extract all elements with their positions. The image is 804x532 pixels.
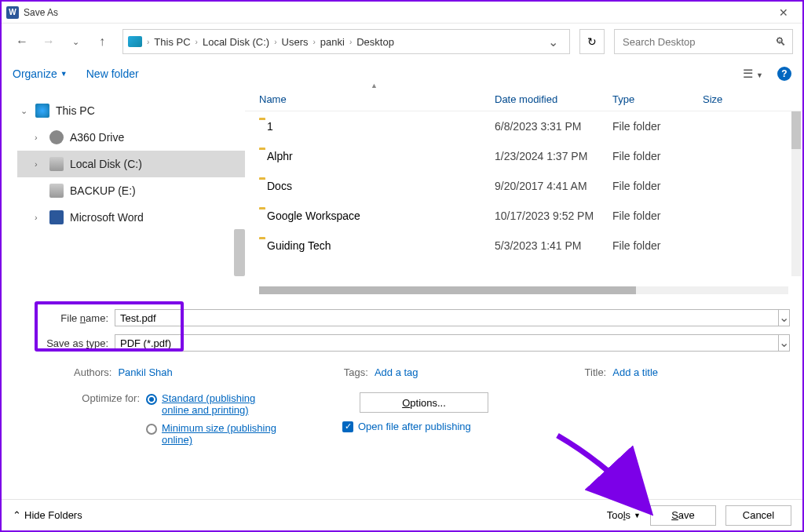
- crumb-panki[interactable]: panki: [317, 36, 348, 48]
- savetype-dropdown-icon[interactable]: ⌄: [779, 334, 790, 352]
- col-type[interactable]: Type: [612, 93, 703, 105]
- close-button[interactable]: ✕: [769, 6, 798, 19]
- search-input[interactable]: [621, 35, 775, 49]
- cancel-button[interactable]: Cancel: [725, 505, 791, 526]
- crumb-users[interactable]: Users: [279, 36, 312, 48]
- tree-local-disk[interactable]: › Local Disk (C:): [17, 151, 245, 177]
- folder-tree: ⌄ This PC › A360 Drive › Local Disk (C:)…: [2, 88, 245, 296]
- savetype-select[interactable]: [115, 334, 779, 352]
- tree-word[interactable]: › Microsoft Word: [17, 204, 245, 231]
- file-scrollbar-v[interactable]: [791, 111, 801, 276]
- file-row[interactable]: Docs9/20/2017 4:41 AMFile folder: [245, 171, 802, 201]
- filename-dropdown-icon[interactable]: ⌄: [779, 309, 790, 326]
- crumb-this-pc[interactable]: This PC: [151, 36, 193, 48]
- up-button[interactable]: ↑: [91, 31, 113, 53]
- word-icon: [49, 210, 64, 224]
- save-button[interactable]: Save: [650, 505, 716, 526]
- disk-icon: [49, 157, 64, 171]
- filename-label: File name:: [14, 312, 115, 324]
- cloud-icon: [49, 130, 64, 144]
- tree-this-pc[interactable]: ⌄ This PC: [17, 97, 245, 124]
- disk-icon: [49, 184, 64, 198]
- optimize-standard-radio[interactable]: Standard (publishing online and printing…: [146, 392, 280, 416]
- col-size[interactable]: Size: [703, 93, 802, 105]
- nav-bar: ← → ⌄ ↑ › This PC › Local Disk (C:) › Us…: [2, 24, 802, 60]
- chevron-up-icon: ⌃: [13, 509, 21, 521]
- main-panel: ⌄ This PC › A360 Drive › Local Disk (C:)…: [2, 88, 802, 296]
- file-row[interactable]: Google Workspace10/17/2023 9:52 PMFile f…: [245, 201, 802, 231]
- word-app-icon: W: [6, 6, 19, 19]
- open-after-checkbox[interactable]: ✓ Open file after publishing: [342, 421, 488, 432]
- back-button[interactable]: ←: [11, 31, 33, 53]
- filename-input[interactable]: [115, 309, 779, 326]
- chevron-right-icon[interactable]: ›: [312, 38, 315, 46]
- toolbar: Organize ▼ New folder ☰ ▼ ?: [2, 60, 802, 88]
- chevron-right-icon[interactable]: ›: [274, 38, 276, 46]
- chevron-right-icon[interactable]: ›: [196, 38, 198, 46]
- col-date[interactable]: Date modified: [495, 93, 612, 105]
- address-dropdown-icon[interactable]: ⌄: [542, 35, 565, 49]
- title-label: Title:: [585, 366, 607, 378]
- window-title: Save As: [24, 7, 58, 18]
- search-box[interactable]: 🔍︎: [614, 29, 793, 54]
- optimize-minimum-radio[interactable]: Minimum size (publishing online): [146, 422, 280, 446]
- column-headers: Name Date modified Type Size: [245, 88, 802, 111]
- tags-label: Tags:: [344, 366, 368, 378]
- authors-label: Authors:: [74, 366, 111, 378]
- chevron-right-icon[interactable]: ›: [147, 38, 149, 46]
- sort-asc-icon: ▲: [371, 82, 378, 89]
- radio-off-icon[interactable]: [146, 424, 157, 435]
- help-icon[interactable]: ?: [777, 67, 791, 81]
- pc-icon: [35, 104, 49, 118]
- optimize-label: Optimize for:: [14, 392, 146, 452]
- title-value[interactable]: Add a title: [612, 366, 658, 378]
- organize-button[interactable]: Organize ▼: [13, 67, 68, 80]
- file-list: ▲ Name Date modified Type Size 16/8/2023…: [245, 88, 802, 296]
- expand-icon[interactable]: ›: [35, 159, 43, 169]
- tags-value[interactable]: Add a tag: [375, 366, 418, 378]
- chevron-right-icon[interactable]: ›: [349, 38, 352, 46]
- savetype-label: Save as type:: [14, 337, 115, 349]
- tree-a360[interactable]: › A360 Drive: [17, 124, 245, 151]
- view-options-icon[interactable]: ☰ ▼: [743, 67, 763, 81]
- monitor-icon: [128, 36, 142, 47]
- crumb-local-disk[interactable]: Local Disk (C:): [199, 36, 272, 48]
- file-row[interactable]: 16/8/2023 3:31 PMFile folder: [245, 111, 802, 141]
- options-button[interactable]: Options...: [360, 392, 488, 413]
- crumb-desktop[interactable]: Desktop: [353, 36, 397, 48]
- radio-on-icon[interactable]: [146, 394, 157, 405]
- recent-dropdown-icon[interactable]: ⌄: [64, 31, 86, 53]
- expand-icon[interactable]: ›: [35, 133, 43, 142]
- forward-button[interactable]: →: [38, 31, 60, 53]
- expand-icon[interactable]: ›: [35, 213, 43, 222]
- hide-folders-button[interactable]: ⌃ Hide Folders: [13, 509, 82, 521]
- file-row[interactable]: Alphr1/23/2024 1:37 PMFile folder: [245, 141, 802, 171]
- tree-backup[interactable]: BACKUP (E:): [17, 177, 245, 204]
- new-folder-button[interactable]: New folder: [86, 67, 139, 80]
- title-bar: W Save As ✕: [2, 2, 802, 24]
- col-name[interactable]: Name: [259, 93, 495, 105]
- checkbox-checked-icon[interactable]: ✓: [342, 421, 353, 432]
- search-icon[interactable]: 🔍︎: [775, 35, 786, 48]
- chevron-down-icon: ▼: [634, 512, 641, 519]
- refresh-button[interactable]: ↻: [579, 29, 605, 54]
- collapse-icon[interactable]: ⌄: [20, 106, 29, 116]
- tools-dropdown[interactable]: Tools ▼: [607, 509, 641, 521]
- file-scrollbar-h[interactable]: [259, 286, 788, 294]
- footer: ⌃ Hide Folders Tools ▼ Save Cancel: [2, 499, 802, 530]
- tree-scrollbar[interactable]: [234, 229, 245, 276]
- address-bar[interactable]: › This PC › Local Disk (C:) › Users › pa…: [122, 29, 570, 54]
- save-form: File name: ⌄ Save as type: ⌄ Authors:Pan…: [2, 296, 802, 452]
- authors-value[interactable]: Pankil Shah: [118, 366, 172, 378]
- file-row[interactable]: Guiding Tech5/3/2023 1:41 PMFile folder: [245, 231, 802, 261]
